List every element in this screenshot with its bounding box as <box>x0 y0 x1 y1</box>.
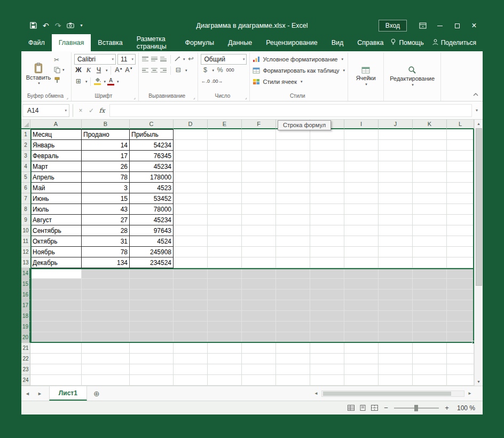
row-header-2[interactable]: 2 <box>21 140 30 151</box>
cell-J12[interactable] <box>379 247 413 257</box>
cell-K3[interactable] <box>413 151 447 161</box>
cell-D18[interactable] <box>174 311 208 322</box>
cell-B16[interactable] <box>82 290 130 300</box>
formula-input[interactable] <box>109 104 472 117</box>
cell-B24[interactable] <box>82 375 130 386</box>
cell-C18[interactable] <box>130 311 174 322</box>
cell-E17[interactable] <box>208 300 242 311</box>
cell-E24[interactable] <box>208 375 242 386</box>
cell-A20[interactable] <box>30 332 82 343</box>
cell-K19[interactable] <box>413 322 447 332</box>
cell-I12[interactable] <box>344 247 379 257</box>
cell-C20[interactable] <box>130 332 174 343</box>
cell-K4[interactable] <box>413 161 447 172</box>
vertical-scroll-thumb[interactable] <box>476 128 482 286</box>
cell-B3[interactable]: 17 <box>82 151 130 161</box>
normal-view-icon[interactable] <box>348 405 355 411</box>
cell-E10[interactable] <box>208 225 242 236</box>
cell-K24[interactable] <box>413 375 447 386</box>
cell-K9[interactable] <box>413 215 447 225</box>
cell-J5[interactable] <box>379 172 413 183</box>
decrease-decimal-button[interactable]: .00→ <box>211 79 223 84</box>
cell-F23[interactable] <box>242 364 276 375</box>
vertical-scrollbar[interactable]: ▲ ▼ <box>474 120 483 386</box>
column-header-L[interactable]: L <box>447 120 474 129</box>
zoom-slider-thumb[interactable] <box>414 405 418 411</box>
cell-D7[interactable] <box>174 193 208 204</box>
cell-K7[interactable] <box>413 193 447 204</box>
row-header-20[interactable]: 20 <box>21 332 30 343</box>
editing-button[interactable]: Редактирование ▾ <box>387 53 438 101</box>
tab-Рецензирование[interactable]: Рецензирование <box>259 34 325 51</box>
cell-K15[interactable] <box>413 279 447 290</box>
cell-B10[interactable]: 28 <box>82 225 130 236</box>
sheet-nav-left-icon[interactable]: ◄ <box>21 386 34 401</box>
cell-I24[interactable] <box>344 375 379 386</box>
cell-A3[interactable]: Февраль <box>30 151 82 161</box>
cell-A13[interactable]: Декабрь <box>30 257 82 268</box>
column-header-E[interactable]: E <box>208 120 242 129</box>
cell-L17[interactable] <box>447 300 474 311</box>
column-header-K[interactable]: K <box>413 120 447 129</box>
scroll-right-icon[interactable]: ► <box>466 391 474 396</box>
borders-button[interactable]: ⊞ <box>74 78 83 85</box>
cell-L1[interactable] <box>447 129 474 140</box>
cell-K23[interactable] <box>413 364 447 375</box>
cell-D17[interactable] <box>174 300 208 311</box>
cell-F11[interactable] <box>242 236 276 247</box>
cell-E4[interactable] <box>208 161 242 172</box>
cell-D14[interactable] <box>174 268 208 279</box>
number-format-combo[interactable]: Общий▾ <box>201 54 247 65</box>
row-header-15[interactable]: 15 <box>21 279 30 290</box>
cell-K13[interactable] <box>413 257 447 268</box>
cell-G18[interactable] <box>276 311 310 322</box>
cell-L18[interactable] <box>447 311 474 322</box>
cell-D1[interactable] <box>174 129 208 140</box>
sign-in-button[interactable]: Вход <box>379 20 407 32</box>
cell-E21[interactable] <box>208 343 242 354</box>
cell-H3[interactable] <box>310 151 344 161</box>
cell-K16[interactable] <box>413 290 447 300</box>
cell-F7[interactable] <box>242 193 276 204</box>
tab-Главная[interactable]: Главная <box>52 34 91 51</box>
cell-H11[interactable] <box>310 236 344 247</box>
cell-D16[interactable] <box>174 290 208 300</box>
cell-K5[interactable] <box>413 172 447 183</box>
sheet-nav-right-icon[interactable]: ► <box>34 386 46 401</box>
cell-E15[interactable] <box>208 279 242 290</box>
cell-G10[interactable] <box>276 225 310 236</box>
sheet-tab[interactable]: Лист1 <box>49 386 87 401</box>
comma-style-button[interactable]: 000 <box>226 68 234 73</box>
cell-C10[interactable]: 97643 <box>130 225 174 236</box>
cell-A10[interactable]: Сентябрь <box>30 225 82 236</box>
cell-E19[interactable] <box>208 322 242 332</box>
horizontal-scroll-thumb[interactable] <box>323 392 451 396</box>
cell-E14[interactable] <box>208 268 242 279</box>
cell-J14[interactable] <box>379 268 413 279</box>
tab-Разметка страницы[interactable]: Разметка страницы <box>130 34 178 51</box>
align-middle-icon[interactable] <box>151 54 158 64</box>
row-header-5[interactable]: 5 <box>21 172 30 183</box>
cell-J18[interactable] <box>379 311 413 322</box>
cell-B17[interactable] <box>82 300 130 311</box>
cell-C17[interactable] <box>130 300 174 311</box>
cell-K8[interactable] <box>413 204 447 215</box>
cut-button[interactable]: ✂ <box>54 56 65 64</box>
cell-C7[interactable]: 53452 <box>130 193 174 204</box>
cell-A23[interactable] <box>30 364 82 375</box>
cell-J17[interactable] <box>379 300 413 311</box>
cell-G24[interactable] <box>276 375 310 386</box>
cell-A21[interactable] <box>30 343 82 354</box>
cell-D10[interactable] <box>174 225 208 236</box>
cell-F17[interactable] <box>242 300 276 311</box>
cell-F10[interactable] <box>242 225 276 236</box>
cell-L12[interactable] <box>447 247 474 257</box>
cell-I4[interactable] <box>344 161 379 172</box>
cell-K14[interactable] <box>413 268 447 279</box>
number-dialog-launcher-icon[interactable]: ⌟ <box>245 95 247 100</box>
cell-I15[interactable] <box>344 279 379 290</box>
cell-J23[interactable] <box>379 364 413 375</box>
align-right-icon[interactable] <box>160 66 167 75</box>
cell-J3[interactable] <box>379 151 413 161</box>
cell-K18[interactable] <box>413 311 447 322</box>
